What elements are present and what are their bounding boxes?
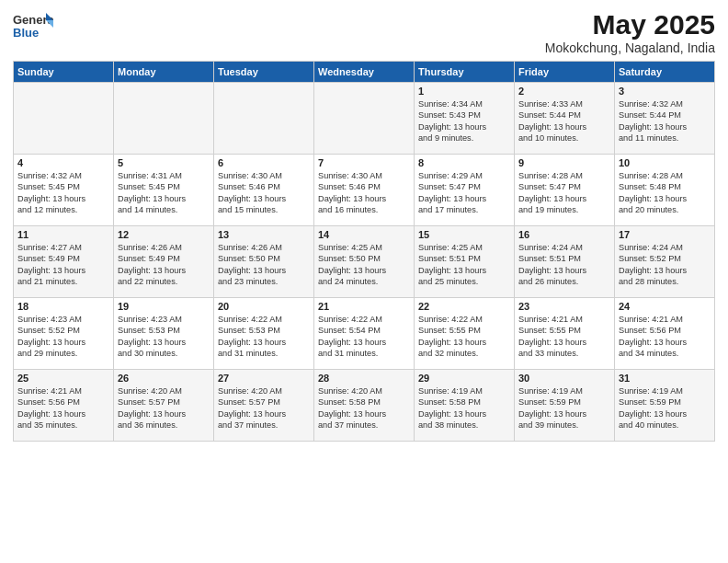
cell-2-7: 10Sunrise: 4:28 AM Sunset: 5:48 PM Dayli…	[615, 155, 715, 226]
cell-2-1: 4Sunrise: 4:32 AM Sunset: 5:45 PM Daylig…	[14, 155, 114, 226]
day-number: 2	[518, 86, 610, 97]
cell-info: Sunrise: 4:20 AM Sunset: 5:58 PM Dayligh…	[318, 385, 410, 431]
cell-info: Sunrise: 4:34 AM Sunset: 5:43 PM Dayligh…	[418, 98, 510, 144]
cell-2-4: 7Sunrise: 4:30 AM Sunset: 5:46 PM Daylig…	[314, 155, 415, 226]
cell-4-3: 20Sunrise: 4:22 AM Sunset: 5:53 PM Dayli…	[214, 298, 314, 370]
header-row: Sunday Monday Tuesday Wednesday Thursday…	[14, 62, 715, 83]
cell-info: Sunrise: 4:19 AM Sunset: 5:58 PM Dayligh…	[418, 385, 510, 431]
day-number: 13	[218, 229, 310, 240]
header-monday: Monday	[114, 62, 214, 83]
week-row-3: 11Sunrise: 4:27 AM Sunset: 5:49 PM Dayli…	[14, 226, 715, 298]
cell-info: Sunrise: 4:21 AM Sunset: 5:56 PM Dayligh…	[619, 314, 711, 360]
day-number: 16	[518, 229, 610, 240]
cell-info: Sunrise: 4:24 AM Sunset: 5:51 PM Dayligh…	[518, 242, 610, 288]
cell-info: Sunrise: 4:23 AM Sunset: 5:53 PM Dayligh…	[118, 314, 210, 360]
cell-5-3: 27Sunrise: 4:20 AM Sunset: 5:57 PM Dayli…	[214, 370, 314, 442]
day-number: 11	[17, 229, 109, 240]
cell-info: Sunrise: 4:21 AM Sunset: 5:55 PM Dayligh…	[518, 314, 610, 360]
cell-3-2: 12Sunrise: 4:26 AM Sunset: 5:49 PM Dayli…	[114, 226, 214, 298]
cell-4-7: 24Sunrise: 4:21 AM Sunset: 5:56 PM Dayli…	[615, 298, 715, 370]
header-tuesday: Tuesday	[214, 62, 314, 83]
cell-4-1: 18Sunrise: 4:23 AM Sunset: 5:52 PM Dayli…	[14, 298, 114, 370]
cell-info: Sunrise: 4:20 AM Sunset: 5:57 PM Dayligh…	[118, 385, 210, 431]
day-number: 5	[118, 157, 210, 168]
day-number: 23	[518, 301, 610, 312]
cell-1-5: 1Sunrise: 4:34 AM Sunset: 5:43 PM Daylig…	[415, 83, 515, 155]
day-number: 20	[218, 301, 310, 312]
svg-text:Blue: Blue	[13, 26, 39, 40]
subtitle: Mokokchung, Nagaland, India	[545, 40, 715, 55]
cell-info: Sunrise: 4:25 AM Sunset: 5:51 PM Dayligh…	[418, 242, 510, 288]
header-saturday: Saturday	[615, 62, 715, 83]
cell-info: Sunrise: 4:29 AM Sunset: 5:47 PM Dayligh…	[418, 170, 510, 216]
cell-info: Sunrise: 4:30 AM Sunset: 5:46 PM Dayligh…	[318, 170, 410, 216]
day-number: 21	[318, 301, 410, 312]
cell-info: Sunrise: 4:20 AM Sunset: 5:57 PM Dayligh…	[218, 385, 310, 431]
cell-3-3: 13Sunrise: 4:26 AM Sunset: 5:50 PM Dayli…	[214, 226, 314, 298]
cell-4-6: 23Sunrise: 4:21 AM Sunset: 5:55 PM Dayli…	[515, 298, 615, 370]
calendar-table: Sunday Monday Tuesday Wednesday Thursday…	[13, 61, 715, 442]
day-number: 3	[619, 86, 711, 97]
cell-1-2	[114, 83, 214, 155]
title-area: May 2025 Mokokchung, Nagaland, India	[545, 9, 715, 55]
cell-3-5: 15Sunrise: 4:25 AM Sunset: 5:51 PM Dayli…	[415, 226, 515, 298]
header-sunday: Sunday	[14, 62, 114, 83]
week-row-2: 4Sunrise: 4:32 AM Sunset: 5:45 PM Daylig…	[14, 155, 715, 226]
cell-info: Sunrise: 4:28 AM Sunset: 5:47 PM Dayligh…	[518, 170, 610, 216]
day-number: 4	[17, 157, 109, 168]
cell-2-5: 8Sunrise: 4:29 AM Sunset: 5:47 PM Daylig…	[415, 155, 515, 226]
day-number: 22	[418, 301, 510, 312]
day-number: 9	[518, 157, 610, 168]
cell-info: Sunrise: 4:23 AM Sunset: 5:52 PM Dayligh…	[17, 314, 109, 360]
cell-5-4: 28Sunrise: 4:20 AM Sunset: 5:58 PM Dayli…	[314, 370, 415, 442]
cell-1-6: 2Sunrise: 4:33 AM Sunset: 5:44 PM Daylig…	[515, 83, 615, 155]
day-number: 29	[418, 373, 510, 384]
day-number: 25	[17, 373, 109, 384]
cell-info: Sunrise: 4:28 AM Sunset: 5:48 PM Dayligh…	[619, 170, 711, 216]
day-number: 28	[318, 373, 410, 384]
day-number: 30	[518, 373, 610, 384]
header-friday: Friday	[515, 62, 615, 83]
cell-info: Sunrise: 4:27 AM Sunset: 5:49 PM Dayligh…	[17, 242, 109, 288]
cell-4-4: 21Sunrise: 4:22 AM Sunset: 5:54 PM Dayli…	[314, 298, 415, 370]
cell-2-2: 5Sunrise: 4:31 AM Sunset: 5:45 PM Daylig…	[114, 155, 214, 226]
cell-1-3	[214, 83, 314, 155]
day-number: 27	[218, 373, 310, 384]
logo-icon: General Blue	[13, 9, 53, 46]
cell-info: Sunrise: 4:24 AM Sunset: 5:52 PM Dayligh…	[619, 242, 711, 288]
header: General Blue May 2025 Mokokchung, Nagala…	[13, 9, 715, 55]
day-number: 8	[418, 157, 510, 168]
cell-5-2: 26Sunrise: 4:20 AM Sunset: 5:57 PM Dayli…	[114, 370, 214, 442]
cell-info: Sunrise: 4:22 AM Sunset: 5:55 PM Dayligh…	[418, 314, 510, 360]
cell-3-7: 17Sunrise: 4:24 AM Sunset: 5:52 PM Dayli…	[615, 226, 715, 298]
cell-info: Sunrise: 4:32 AM Sunset: 5:44 PM Dayligh…	[619, 98, 711, 144]
cell-info: Sunrise: 4:26 AM Sunset: 5:50 PM Dayligh…	[218, 242, 310, 288]
cell-info: Sunrise: 4:22 AM Sunset: 5:53 PM Dayligh…	[218, 314, 310, 360]
header-wednesday: Wednesday	[314, 62, 415, 83]
cell-5-5: 29Sunrise: 4:19 AM Sunset: 5:58 PM Dayli…	[415, 370, 515, 442]
cell-5-1: 25Sunrise: 4:21 AM Sunset: 5:56 PM Dayli…	[14, 370, 114, 442]
week-row-1: 1Sunrise: 4:34 AM Sunset: 5:43 PM Daylig…	[14, 83, 715, 155]
week-row-4: 18Sunrise: 4:23 AM Sunset: 5:52 PM Dayli…	[14, 298, 715, 370]
main-title: May 2025	[545, 9, 715, 40]
day-number: 7	[318, 157, 410, 168]
day-number: 24	[619, 301, 711, 312]
week-row-5: 25Sunrise: 4:21 AM Sunset: 5:56 PM Dayli…	[14, 370, 715, 442]
day-number: 17	[619, 229, 711, 240]
cell-info: Sunrise: 4:30 AM Sunset: 5:46 PM Dayligh…	[218, 170, 310, 216]
day-number: 10	[619, 157, 711, 168]
cell-1-4	[314, 83, 415, 155]
day-number: 18	[17, 301, 109, 312]
cell-3-6: 16Sunrise: 4:24 AM Sunset: 5:51 PM Dayli…	[515, 226, 615, 298]
cell-4-2: 19Sunrise: 4:23 AM Sunset: 5:53 PM Dayli…	[114, 298, 214, 370]
cell-info: Sunrise: 4:25 AM Sunset: 5:50 PM Dayligh…	[318, 242, 410, 288]
cell-info: Sunrise: 4:33 AM Sunset: 5:44 PM Dayligh…	[518, 98, 610, 144]
cell-info: Sunrise: 4:26 AM Sunset: 5:49 PM Dayligh…	[118, 242, 210, 288]
cell-info: Sunrise: 4:19 AM Sunset: 5:59 PM Dayligh…	[518, 385, 610, 431]
cell-1-7: 3Sunrise: 4:32 AM Sunset: 5:44 PM Daylig…	[615, 83, 715, 155]
cell-info: Sunrise: 4:31 AM Sunset: 5:45 PM Dayligh…	[118, 170, 210, 216]
day-number: 26	[118, 373, 210, 384]
cell-info: Sunrise: 4:32 AM Sunset: 5:45 PM Dayligh…	[17, 170, 109, 216]
cell-4-5: 22Sunrise: 4:22 AM Sunset: 5:55 PM Dayli…	[415, 298, 515, 370]
day-number: 15	[418, 229, 510, 240]
